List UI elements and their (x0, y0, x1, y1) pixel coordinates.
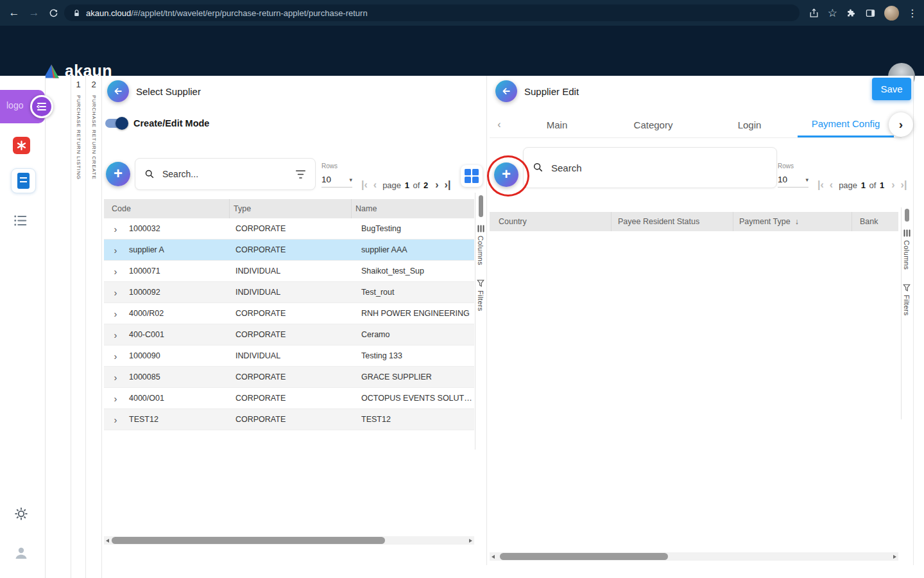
cell-code: 1000032 (127, 224, 232, 233)
columns-button[interactable]: Columns (902, 229, 912, 270)
last-page-icon[interactable]: ›| (445, 180, 451, 190)
row-expand-icon[interactable]: › (104, 287, 127, 298)
row-expand-icon[interactable]: › (104, 245, 127, 256)
horizontal-scrollbar[interactable] (104, 536, 474, 545)
step-tab-listing[interactable]: 1 PURCHASE RETURN LISTING (71, 76, 85, 578)
tab-login[interactable]: Login (701, 112, 798, 137)
tab-scroll-left-icon[interactable]: ‹ (490, 112, 509, 137)
caret-down-icon: ▾ (349, 177, 352, 183)
next-page-icon[interactable]: › (435, 180, 438, 190)
supplier-row[interactable]: ›1000090INDIVIDUALTesting 133 (104, 346, 474, 367)
add-supplier-button[interactable]: + (106, 162, 130, 186)
row-expand-icon[interactable]: › (104, 308, 127, 319)
supplier-row[interactable]: ›1000085CORPORATEGRACE SUPPLIER (104, 367, 474, 388)
save-button[interactable]: Save (872, 78, 911, 100)
cell-code: 400-C001 (127, 330, 232, 339)
scroll-left-arrow[interactable] (106, 539, 109, 543)
header-cell-payee-resident-status[interactable]: Payee Resident Status (612, 212, 733, 231)
plus-icon: + (502, 166, 511, 183)
supplier-search-input[interactable] (161, 168, 295, 180)
payment-search-input[interactable] (550, 162, 776, 174)
supplier-row[interactable]: ›400-C001CORPORATECeramo (104, 324, 474, 346)
supplier-row[interactable]: ›1000092INDIVIDUALTest_rout (104, 282, 474, 303)
row-expand-icon[interactable]: › (104, 414, 127, 425)
address-bar[interactable]: akaun.cloud/#/applet/tnt/wavelet/erp/pur… (64, 4, 800, 21)
sort-desc-icon[interactable]: ↓ (795, 217, 799, 226)
header-cell-country[interactable]: Country (490, 212, 612, 231)
scrollbar-thumb[interactable] (112, 537, 385, 544)
browser-reload-button[interactable] (45, 4, 62, 21)
payment-search-box (523, 147, 777, 188)
supplier-row-selected[interactable]: ›supplier ACORPORATEsupplier AAA (104, 240, 474, 261)
active-applet-icon[interactable] (11, 168, 36, 193)
scroll-left-arrow[interactable] (492, 555, 495, 559)
vertical-scrollbar-thumb[interactable] (479, 195, 483, 217)
scroll-right-arrow[interactable] (469, 539, 472, 543)
caret-down-icon: ▾ (805, 177, 809, 183)
first-page-icon[interactable]: |‹ (817, 180, 824, 190)
header-cell-code[interactable]: Code (104, 199, 230, 218)
rows-per-page-select[interactable]: Rows 10 ▾ (321, 162, 352, 188)
first-page-icon[interactable]: |‹ (361, 180, 368, 190)
row-expand-icon[interactable]: › (104, 223, 127, 234)
tab-main[interactable]: Main (509, 112, 605, 137)
pagination: |‹ ‹ page 1 of 2 › ›| (361, 179, 450, 191)
applet-shortcut-icon-red[interactable] (13, 137, 30, 154)
supplier-table-body: ›1000032CORPORATEBugTesting ›supplier AC… (104, 218, 474, 430)
side-panel-icon[interactable] (865, 8, 876, 19)
next-page-icon[interactable]: › (891, 180, 894, 190)
settings-gear-icon[interactable] (13, 506, 29, 524)
tab-payment-config[interactable]: Payment Config (798, 112, 894, 137)
back-button[interactable] (495, 80, 517, 102)
rows-per-page-select[interactable]: Rows 10 ▾ (778, 162, 809, 188)
applet-list-icon[interactable] (13, 215, 28, 229)
header-cell-bank[interactable]: Bank (852, 212, 898, 231)
row-expand-icon[interactable]: › (104, 351, 127, 362)
scrollbar-thumb[interactable] (500, 553, 668, 560)
header-cell-payment-type[interactable]: Payment Type ↓ (733, 212, 852, 231)
supplier-row[interactable]: ›TEST12CORPORATETEST12 (104, 409, 474, 430)
browser-forward-button[interactable]: → (26, 4, 42, 21)
grid-view-button[interactable] (461, 165, 483, 187)
filters-button[interactable]: Filters (902, 284, 912, 316)
filters-button[interactable]: Filters (475, 279, 486, 311)
horizontal-scrollbar[interactable] (490, 552, 898, 561)
row-expand-icon[interactable]: › (104, 393, 127, 404)
tab-category[interactable]: Category (605, 112, 701, 137)
browser-back-button[interactable]: ← (6, 4, 22, 21)
profile-person-icon[interactable] (13, 545, 29, 563)
step-tab-create[interactable]: 2 PURCHASE RETURN CREATE (85, 76, 101, 578)
star-icon[interactable]: ☆ (828, 8, 837, 19)
vertical-scrollbar-thumb[interactable] (905, 209, 909, 222)
collapse-menu-icon (37, 102, 47, 111)
row-expand-icon[interactable]: › (104, 329, 127, 340)
sidebar-collapse-button[interactable] (30, 95, 53, 118)
back-button[interactable] (107, 80, 129, 102)
supplier-row[interactable]: ›4000/O01CORPORATEOCTOPUS EVENTS SOLUTIO… (104, 388, 474, 409)
browser-menu-icon[interactable]: ⋮ (907, 7, 918, 19)
supplier-row[interactable]: ›1000071INDIVIDUALShaikot_test_Sup (104, 261, 474, 282)
header-cell-name[interactable]: Name (352, 199, 474, 218)
select-supplier-panel: Select Supplier Create/Edit Mode + Rows … (103, 76, 486, 565)
prev-page-icon[interactable]: ‹ (830, 180, 833, 190)
pagination: |‹ ‹ page 1 of 1 › ›| (817, 179, 907, 191)
row-expand-icon[interactable]: › (104, 372, 127, 383)
cell-name: OCTOPUS EVENTS SOLUTION S... (357, 394, 474, 403)
tab-scroll-right-button[interactable]: › (889, 112, 913, 137)
prev-page-icon[interactable]: ‹ (373, 180, 377, 190)
browser-avatar[interactable] (884, 6, 899, 21)
filter-list-icon[interactable] (295, 168, 307, 180)
scroll-right-arrow[interactable] (893, 555, 896, 559)
extensions-icon[interactable] (846, 8, 857, 19)
last-page-icon[interactable]: ›| (901, 180, 907, 190)
share-icon[interactable] (809, 8, 819, 19)
supplier-row[interactable]: ›4000/R02CORPORATERNH POWER ENGINEERING (104, 303, 474, 324)
create-edit-mode-toggle[interactable] (105, 117, 128, 130)
add-payment-config-button[interactable]: + (494, 162, 518, 187)
supplier-row[interactable]: ›1000032CORPORATEBugTesting (104, 218, 474, 240)
columns-button[interactable]: Columns (475, 225, 486, 265)
grid-icon (465, 169, 471, 175)
header-cell-type[interactable]: Type (230, 199, 352, 218)
row-expand-icon[interactable]: › (104, 266, 127, 277)
rows-label: Rows (778, 162, 809, 170)
